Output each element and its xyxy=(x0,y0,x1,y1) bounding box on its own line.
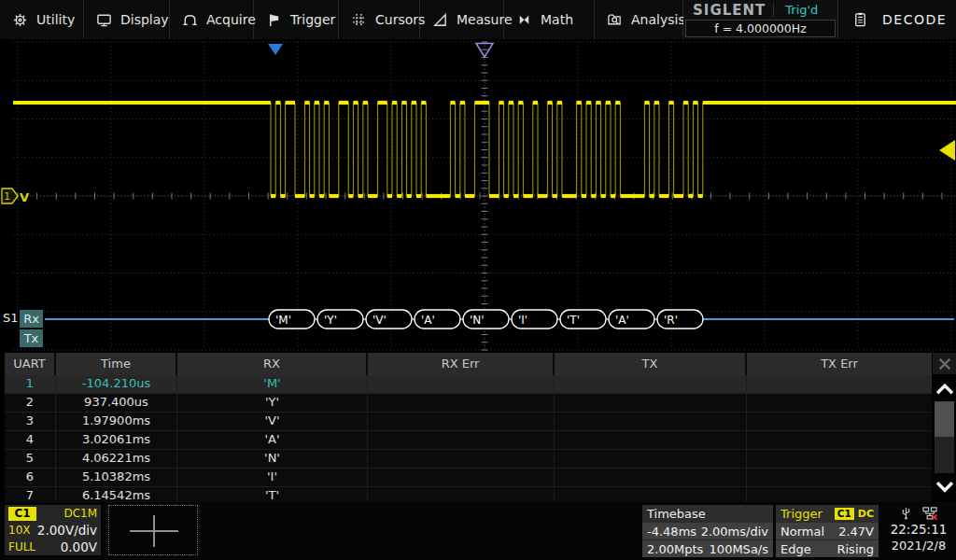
table-cell: 5.10382ms xyxy=(56,469,177,486)
scrollbar-thumb[interactable] xyxy=(935,401,954,437)
table-cell xyxy=(555,413,747,430)
chevron-down-icon xyxy=(935,480,955,494)
menu-acquire[interactable]: Acquire xyxy=(170,0,254,39)
table-row[interactable]: 31.97900ms'V' xyxy=(5,413,932,431)
decode-bubble-text: 'N' xyxy=(470,314,485,327)
menu-label: Acquire xyxy=(206,12,256,27)
table-cell xyxy=(555,450,747,468)
table-row[interactable]: 65.10382ms'I' xyxy=(5,469,932,487)
table-cell xyxy=(555,375,747,393)
table-cell: 2 xyxy=(5,394,56,412)
chevron-up-icon xyxy=(935,382,955,396)
plus-icon xyxy=(153,515,155,547)
timebase-descriptor[interactable]: Timebase -4.48ms 2.00ms/div 2.00Mpts 100… xyxy=(642,505,773,555)
timebase-scale: 2.00ms/div xyxy=(701,525,768,539)
table-row[interactable]: 2937.400us'Y' xyxy=(5,394,932,413)
close-x-icon xyxy=(936,356,953,372)
table-cell xyxy=(747,413,932,430)
menu-analysis[interactable]: Analysis xyxy=(595,0,683,39)
oscilloscope-screen: Utility Display Acquire Trigger Cursors … xyxy=(0,0,956,560)
timebase-samplerate: 100MSa/s xyxy=(710,542,768,556)
add-channel-slot[interactable] xyxy=(108,505,198,555)
arch-icon xyxy=(182,12,198,28)
table-cell xyxy=(555,469,747,486)
column-header-rx-err: RX Err xyxy=(368,353,555,375)
table-cell: 3 xyxy=(5,413,56,430)
table-cell: 3.02061ms xyxy=(56,431,177,449)
menu-label: Display xyxy=(120,12,169,27)
table-cell xyxy=(555,394,747,412)
decode-bubble-text: 'R' xyxy=(664,314,678,327)
rx-channel-badge[interactable]: Rx xyxy=(20,310,43,328)
decode-bubble-text: 'A' xyxy=(421,314,435,327)
monitor-icon xyxy=(96,12,112,28)
waveform-area[interactable]: 'M''Y''V''A''N''I''T''A''R'1V S1 Rx Tx xyxy=(0,39,956,353)
trigger-level: 2.47V xyxy=(838,525,874,539)
table-cell xyxy=(368,469,555,486)
table-cell xyxy=(555,431,747,449)
trigger-slope: Rising xyxy=(836,542,874,556)
channel1-scale: 2.00V/div xyxy=(37,523,97,538)
table-cell: -104.210us xyxy=(56,375,177,393)
clock-time: 22:25:11 xyxy=(881,521,956,538)
bowtie-icon xyxy=(516,12,532,28)
set-square-icon xyxy=(432,12,448,28)
table-cell xyxy=(747,450,932,468)
table-close-button[interactable] xyxy=(933,353,956,374)
table-cell xyxy=(368,450,555,468)
table-row[interactable]: 43.02061ms'A' xyxy=(5,431,932,450)
trigger-level-marker xyxy=(939,140,955,161)
table-cell: 'N' xyxy=(177,450,368,468)
table-row[interactable]: 1-104.210us'M' xyxy=(5,375,932,394)
table-cell: 937.400us xyxy=(56,394,177,412)
table-cell: 5 xyxy=(5,450,56,468)
menu-math[interactable]: Math xyxy=(504,0,595,39)
menu-utility[interactable]: Utility xyxy=(0,0,84,39)
decode-bubble-text: 'A' xyxy=(615,314,629,327)
menu-trigger[interactable]: Trigger xyxy=(254,0,339,39)
scroll-up-button[interactable] xyxy=(933,376,956,400)
usb-plug-icon xyxy=(899,506,913,521)
table-cell: 4 xyxy=(5,431,56,449)
table-cell: 'M' xyxy=(177,375,368,393)
tx-channel-badge[interactable]: Tx xyxy=(20,329,43,347)
channel1-badge: C1 xyxy=(8,507,36,521)
menu-cursors[interactable]: Cursors xyxy=(339,0,420,39)
column-header-tx-err: TX Err xyxy=(747,353,932,375)
decode-table: UART Time RX RX Err TX TX Err 1-104.210u… xyxy=(5,353,932,506)
status-bar: C1 DC1M 10X 2.00V/div FULL 0.00V Timebas… xyxy=(0,502,956,560)
scroll-down-button[interactable] xyxy=(933,473,956,499)
table-cell xyxy=(747,375,932,393)
table-cell: 'V' xyxy=(177,413,368,430)
channel1-probe: 10X xyxy=(8,524,31,537)
menu-display[interactable]: Display xyxy=(84,0,170,39)
clipboard-icon xyxy=(853,11,867,28)
folder-search-icon xyxy=(607,12,623,28)
trigger-source-badge: C1 xyxy=(835,508,854,520)
crosshair-grid-icon xyxy=(351,12,367,28)
channel1-coupling: DC1M xyxy=(63,507,97,520)
timebase-title: Timebase xyxy=(647,507,706,521)
column-header-time: Time xyxy=(56,353,177,375)
decode-bubble-text: 'V' xyxy=(373,314,387,327)
column-header-rx: RX xyxy=(177,353,368,375)
channel1-offset: 0.00V xyxy=(61,539,97,554)
brand-panel: SIGLENT Trig'd f = 4.000000Hz xyxy=(683,0,838,39)
table-cell: 1 xyxy=(5,375,56,393)
menu-label: Analysis xyxy=(631,12,685,27)
gear-icon xyxy=(12,12,28,28)
network-error-icon xyxy=(921,506,938,521)
decode-title-label: DECODE xyxy=(882,12,947,27)
scrollbar-track[interactable] xyxy=(935,401,954,473)
menu-measure[interactable]: Measure xyxy=(420,0,504,39)
table-row[interactable]: 54.06221ms'N' xyxy=(5,450,932,469)
channel1-descriptor[interactable]: C1 DC1M 10X 2.00V/div FULL 0.00V xyxy=(5,505,101,555)
decode-bubble-text: 'M' xyxy=(275,314,291,327)
flag-icon xyxy=(266,12,282,28)
trigger-descriptor[interactable]: Trigger C1 DC Normal 2.47V Edge Rising xyxy=(776,505,879,555)
table-cell xyxy=(368,431,555,449)
table-cell xyxy=(368,413,555,430)
column-header-tx: TX xyxy=(555,353,747,375)
decode-bubble-text: 'T' xyxy=(567,314,580,327)
menu-label: Cursors xyxy=(375,12,425,27)
